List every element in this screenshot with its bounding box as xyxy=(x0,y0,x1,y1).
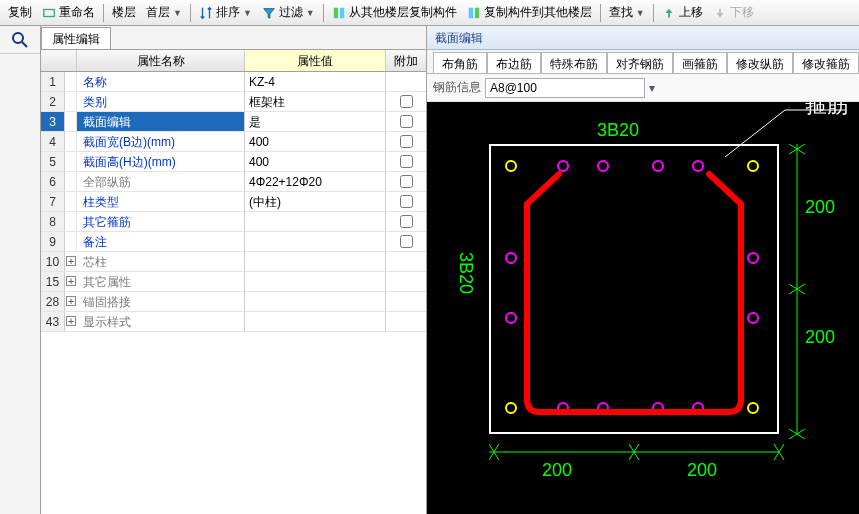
prop-checkbox-cell xyxy=(386,192,426,211)
prop-checkbox-cell xyxy=(386,232,426,251)
tb-floor[interactable]: 楼层 xyxy=(108,2,140,23)
prop-value[interactable] xyxy=(245,272,386,291)
dim-right xyxy=(779,144,821,444)
tb-find[interactable]: 查找▼ xyxy=(605,2,649,23)
tab-property-edit[interactable]: 属性编辑 xyxy=(41,27,111,49)
subtab-2[interactable]: 特殊布筋 xyxy=(541,52,607,73)
tb-sort[interactable]: 排序▼ xyxy=(195,2,256,23)
prop-row[interactable]: 15+其它属性 xyxy=(41,272,426,292)
prop-value[interactable] xyxy=(245,252,386,271)
col-name[interactable]: 属性名称 xyxy=(77,50,245,71)
main-toolbar: 复制 重命名 楼层 首层▼ 排序▼ 过滤▼ 从其他楼层复制构件 复制构件到其他楼… xyxy=(0,0,859,26)
tb-movedown[interactable]: 下移 xyxy=(709,2,758,23)
subtab-5[interactable]: 修改纵筋 xyxy=(727,52,793,73)
prop-value[interactable]: 400 xyxy=(245,152,386,171)
row-number: 5 xyxy=(41,152,65,171)
prop-row[interactable]: 28+锚固搭接 xyxy=(41,292,426,312)
prop-value[interactable]: 框架柱 xyxy=(245,92,386,111)
prop-name: 锚固搭接 xyxy=(77,292,245,311)
dim-val: 200 xyxy=(805,327,835,348)
prop-row[interactable]: 3截面编辑是 xyxy=(41,112,426,132)
prop-value[interactable]: 是 xyxy=(245,112,386,131)
prop-row[interactable]: 10+芯柱 xyxy=(41,252,426,272)
tb-firstfloor[interactable]: 首层▼ xyxy=(142,2,186,23)
dim-val: 200 xyxy=(687,460,717,481)
sub-tab-bar: 布角筋 布边筋 特殊布筋 对齐钢筋 画箍筋 修改纵筋 修改箍筋 xyxy=(427,50,859,74)
prop-checkbox-cell xyxy=(386,72,426,91)
search-icon[interactable] xyxy=(0,26,40,54)
tb-copy-to[interactable]: 复制构件到其他楼层 xyxy=(463,2,596,23)
prop-checkbox-cell xyxy=(386,212,426,231)
prop-value[interactable] xyxy=(245,312,386,331)
prop-row[interactable]: 1名称KZ-4 xyxy=(41,72,426,92)
prop-row[interactable]: 9备注 xyxy=(41,232,426,252)
section-canvas[interactable]: 3B20 3B20 xyxy=(427,102,859,514)
prop-row[interactable]: 6全部纵筋4Φ22+12Φ20 xyxy=(41,172,426,192)
prop-name: 芯柱 xyxy=(77,252,245,271)
prop-checkbox[interactable] xyxy=(400,235,413,248)
row-number: 10 xyxy=(41,252,65,271)
prop-name: 截面高(H边)(mm) xyxy=(77,152,245,171)
expand-icon[interactable]: + xyxy=(66,296,76,306)
subtab-1[interactable]: 布边筋 xyxy=(487,52,541,73)
tb-rename[interactable]: 重命名 xyxy=(38,2,99,23)
expand-icon xyxy=(65,132,77,151)
expand-icon[interactable]: + xyxy=(66,256,76,266)
prop-name: 截面编辑 xyxy=(77,112,245,131)
prop-name: 备注 xyxy=(77,232,245,251)
prop-checkbox[interactable] xyxy=(400,155,413,168)
subtab-6[interactable]: 修改箍筋 xyxy=(793,52,859,73)
prop-name: 其它箍筋 xyxy=(77,212,245,231)
col-extra[interactable]: 附加 xyxy=(386,50,426,71)
prop-name: 全部纵筋 xyxy=(77,172,245,191)
prop-row[interactable]: 43+显示样式 xyxy=(41,312,426,332)
rebar-info-label: 钢筋信息 xyxy=(433,79,481,96)
callout-label: 箍筋 xyxy=(805,102,849,120)
prop-row[interactable]: 2类别框架柱 xyxy=(41,92,426,112)
expand-icon xyxy=(65,92,77,111)
prop-checkbox[interactable] xyxy=(400,115,413,128)
prop-checkbox[interactable] xyxy=(400,195,413,208)
prop-checkbox[interactable] xyxy=(400,215,413,228)
prop-value[interactable]: 4Φ22+12Φ20 xyxy=(245,172,386,191)
prop-name: 截面宽(B边)(mm) xyxy=(77,132,245,151)
subtab-3[interactable]: 对齐钢筋 xyxy=(607,52,673,73)
prop-row[interactable]: 7柱类型(中柱) xyxy=(41,192,426,212)
col-value[interactable]: 属性值 xyxy=(245,50,386,71)
row-number: 3 xyxy=(41,112,65,131)
prop-value[interactable]: KZ-4 xyxy=(245,72,386,91)
rebar-info-input[interactable] xyxy=(485,78,645,98)
prop-value[interactable] xyxy=(245,232,386,251)
prop-value[interactable] xyxy=(245,292,386,311)
tb-copy-from[interactable]: 从其他楼层复制构件 xyxy=(328,2,461,23)
prop-value[interactable]: (中柱) xyxy=(245,192,386,211)
prop-value[interactable] xyxy=(245,212,386,231)
expand-icon xyxy=(65,72,77,91)
prop-row[interactable]: 5截面高(H边)(mm)400 xyxy=(41,152,426,172)
subtab-4[interactable]: 画箍筋 xyxy=(673,52,727,73)
svg-point-5 xyxy=(13,33,23,43)
row-number: 8 xyxy=(41,212,65,231)
dropdown-icon[interactable]: ▾ xyxy=(649,81,655,95)
prop-row[interactable]: 4截面宽(B边)(mm)400 xyxy=(41,132,426,152)
expand-icon[interactable]: + xyxy=(66,316,76,326)
subtab-0[interactable]: 布角筋 xyxy=(433,52,487,73)
prop-checkbox[interactable] xyxy=(400,175,413,188)
prop-checkbox-cell xyxy=(386,92,426,111)
row-number: 43 xyxy=(41,312,65,331)
svg-line-6 xyxy=(22,42,27,47)
row-number: 4 xyxy=(41,132,65,151)
svg-rect-0 xyxy=(44,9,55,16)
prop-checkbox[interactable] xyxy=(400,135,413,148)
prop-value[interactable]: 400 xyxy=(245,132,386,151)
prop-row[interactable]: 8其它箍筋 xyxy=(41,212,426,232)
tb-moveup[interactable]: 上移 xyxy=(658,2,707,23)
left-sidebar xyxy=(0,26,41,514)
expand-icon[interactable]: + xyxy=(66,276,76,286)
tb-filter[interactable]: 过滤▼ xyxy=(258,2,319,23)
dim-val: 200 xyxy=(542,460,572,481)
prop-checkbox[interactable] xyxy=(400,95,413,108)
tb-copy[interactable]: 复制 xyxy=(4,2,36,23)
dim-val: 200 xyxy=(805,197,835,218)
prop-checkbox-cell xyxy=(386,312,426,331)
